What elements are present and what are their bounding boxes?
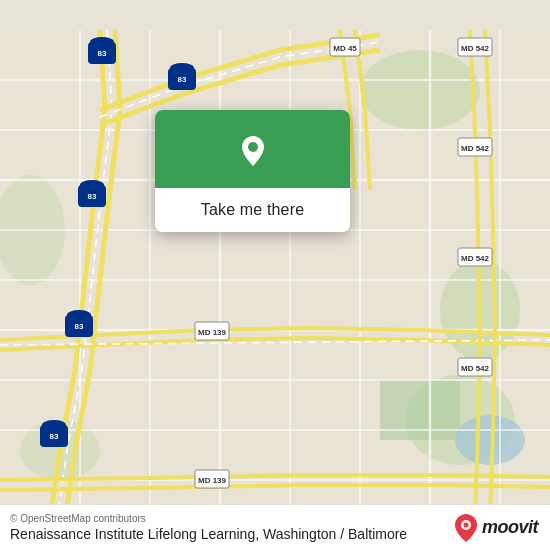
- svg-point-28: [80, 180, 104, 190]
- svg-text:83: 83: [98, 49, 107, 58]
- svg-point-1: [360, 50, 480, 130]
- svg-text:MD 542: MD 542: [461, 364, 490, 373]
- bottom-left-info: © OpenStreetMap contributors Renaissance…: [10, 513, 407, 542]
- svg-text:MD 139: MD 139: [198, 476, 227, 485]
- svg-point-7: [455, 415, 525, 465]
- svg-point-54: [248, 142, 258, 152]
- copyright-text: © OpenStreetMap contributors: [10, 513, 407, 524]
- map-roads: 83 83 83 83 MD 139 MD 139 MD 45 MD 542 M…: [0, 0, 550, 550]
- svg-point-25: [90, 37, 114, 47]
- svg-point-31: [67, 310, 91, 320]
- popup-card: Take me there: [155, 110, 350, 232]
- svg-point-34: [42, 420, 66, 430]
- location-pin-icon: [230, 128, 276, 174]
- svg-point-56: [463, 522, 468, 527]
- svg-text:MD 45: MD 45: [333, 44, 357, 53]
- bottom-bar: © OpenStreetMap contributors Renaissance…: [0, 504, 550, 550]
- svg-text:83: 83: [178, 75, 187, 84]
- svg-text:MD 542: MD 542: [461, 44, 490, 53]
- moovit-logo: moovit: [454, 514, 538, 542]
- svg-text:MD 542: MD 542: [461, 254, 490, 263]
- moovit-logo-text: moovit: [482, 517, 538, 538]
- svg-text:MD 139: MD 139: [198, 328, 227, 337]
- moovit-pin-icon: [454, 514, 478, 542]
- svg-point-51: [170, 63, 194, 73]
- take-me-there-button[interactable]: Take me there: [155, 188, 350, 232]
- svg-text:83: 83: [50, 432, 59, 441]
- popup-header: [155, 110, 350, 188]
- svg-text:MD 542: MD 542: [461, 144, 490, 153]
- svg-text:83: 83: [75, 322, 84, 331]
- map-container: 83 83 83 83 MD 139 MD 139 MD 45 MD 542 M…: [0, 0, 550, 550]
- svg-text:83: 83: [88, 192, 97, 201]
- place-name: Renaissance Institute Lifelong Learning,…: [10, 526, 407, 542]
